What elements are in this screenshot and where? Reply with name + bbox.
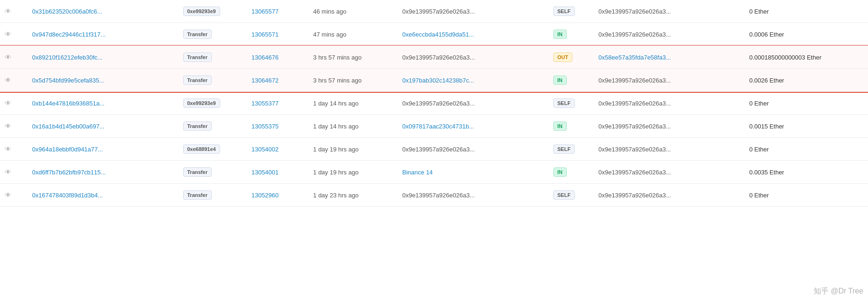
- amount-cell: 0 Ether: [745, 0, 868, 23]
- block-number[interactable]: 13064672: [252, 77, 279, 84]
- block-number[interactable]: 13052960: [252, 192, 279, 199]
- amount-cell: 0 Ether: [745, 92, 868, 115]
- eye-icon[interactable]: 👁: [5, 53, 11, 61]
- direction-badge: SELF: [553, 190, 575, 200]
- eye-icon[interactable]: 👁: [5, 168, 11, 176]
- amount-cell: 0 Ether: [745, 184, 868, 207]
- tx-hash-link[interactable]: 0xd6ff7b7b62bfb97cb115...: [32, 169, 106, 176]
- time-cell: 46 mins ago: [309, 0, 398, 23]
- to-address: 0x9e139957a926e026a3...: [599, 8, 671, 15]
- from-address: 0x9e139957a926e026a3...: [402, 8, 475, 15]
- from-address-link[interactable]: 0xe6eccbda4155d9da51...: [402, 31, 474, 38]
- to-address-link[interactable]: 0x58ee57a35fda7e58fa3...: [599, 54, 671, 61]
- eye-icon[interactable]: 👁: [5, 8, 11, 15]
- table-row: 👁0x167478403f89d1d3b4...Transfer13052960…: [0, 184, 868, 207]
- tx-hash-link[interactable]: 0xb144e47816b936851a...: [32, 100, 105, 107]
- to-address: 0x9e139957a926e026a3...: [599, 192, 671, 199]
- block-number[interactable]: 13065571: [252, 31, 279, 38]
- tx-hash-link[interactable]: 0x89210f16212efeb30fc...: [32, 54, 103, 61]
- direction-badge: SELF: [553, 98, 575, 108]
- table-row: 👁0x89210f16212efeb30fc...Transfer1306467…: [0, 46, 868, 69]
- direction-badge: SELF: [553, 7, 575, 16]
- time-cell: 1 day 19 hrs ago: [309, 138, 398, 161]
- method-badge: Transfer: [183, 53, 212, 62]
- table-row: 👁0x31b623520c006a0fc6...0xe99293e9130655…: [0, 0, 868, 23]
- time-cell: 1 day 19 hrs ago: [309, 161, 398, 184]
- tx-hash-link[interactable]: 0x31b623520c006a0fc6...: [32, 8, 103, 15]
- to-address: 0x9e139957a926e026a3...: [599, 31, 671, 38]
- amount-cell: 0.0006 Ether: [745, 23, 868, 46]
- to-address: 0x9e139957a926e026a3...: [599, 100, 671, 107]
- from-address-link[interactable]: Binance 14: [402, 169, 433, 176]
- block-number[interactable]: 13064676: [252, 54, 279, 61]
- amount-cell: 0.0035 Ether: [745, 161, 868, 184]
- eye-icon[interactable]: 👁: [5, 76, 11, 84]
- direction-badge: IN: [553, 121, 567, 131]
- table-row: 👁0xd6ff7b7b62bfb97cb115...Transfer130540…: [0, 161, 868, 184]
- block-number[interactable]: 13054002: [252, 146, 279, 153]
- table-row: 👁0x947d8ec29446c11f317...Transfer1306557…: [0, 23, 868, 46]
- block-number[interactable]: 13054001: [252, 169, 279, 176]
- eye-icon[interactable]: 👁: [5, 99, 11, 107]
- method-badge: Transfer: [183, 167, 212, 177]
- time-cell: 47 mins ago: [309, 23, 398, 46]
- block-number[interactable]: 13065577: [252, 8, 279, 15]
- tx-hash-link[interactable]: 0x16a1b4d145eb00a697...: [32, 123, 105, 130]
- from-address: 0x9e139957a926e026a3...: [402, 100, 475, 107]
- time-cell: 3 hrs 57 mins ago: [309, 46, 398, 69]
- time-cell: 3 hrs 57 mins ago: [309, 69, 398, 92]
- block-number[interactable]: 13055375: [252, 123, 279, 130]
- direction-badge: SELF: [553, 144, 575, 154]
- transactions-table: 👁0x31b623520c006a0fc6...0xe99293e9130655…: [0, 0, 868, 207]
- amount-cell: 0.0015 Ether: [745, 115, 868, 138]
- method-badge: Transfer: [183, 190, 212, 200]
- to-address: 0x9e139957a926e026a3...: [599, 123, 671, 130]
- from-address: 0x9e139957a926e026a3...: [402, 54, 475, 61]
- table-row: 👁0x964a18ebbf0d941a77...0xe68891e4130540…: [0, 138, 868, 161]
- to-address: 0x9e139957a926e026a3...: [599, 146, 671, 153]
- to-address: 0x9e139957a926e026a3...: [599, 169, 671, 176]
- tx-hash-link[interactable]: 0x964a18ebbf0d941a77...: [32, 146, 103, 153]
- block-number[interactable]: 13055377: [252, 100, 279, 107]
- from-address: 0x9e139957a926e026a3...: [402, 192, 475, 199]
- direction-badge: IN: [553, 167, 567, 177]
- table-row: 👁0x16a1b4d145eb00a697...Transfer13055375…: [0, 115, 868, 138]
- eye-icon[interactable]: 👁: [5, 191, 11, 199]
- tx-hash-link[interactable]: 0x5d754bfd99e5cefa835...: [32, 77, 104, 84]
- from-address-link[interactable]: 0x097817aac230c4731b...: [402, 123, 474, 130]
- method-badge: Transfer: [183, 75, 212, 85]
- from-address-link[interactable]: 0x197bab302c14238b7c...: [402, 77, 474, 84]
- from-address: 0x9e139957a926e026a3...: [402, 146, 475, 153]
- method-badge: Transfer: [183, 30, 212, 39]
- direction-badge: IN: [553, 30, 567, 39]
- method-badge: 0xe68891e4: [183, 144, 220, 154]
- table-row: 👁0x5d754bfd99e5cefa835...Transfer1306467…: [0, 69, 868, 92]
- eye-icon[interactable]: 👁: [5, 30, 11, 38]
- method-badge: 0xe99293e9: [183, 98, 220, 108]
- time-cell: 1 day 14 hrs ago: [309, 92, 398, 115]
- method-badge: 0xe99293e9: [183, 7, 220, 16]
- amount-cell: 0.0026 Ether: [745, 69, 868, 92]
- to-address: 0x9e139957a926e026a3...: [599, 77, 671, 84]
- eye-icon[interactable]: 👁: [5, 122, 11, 130]
- tx-hash-link[interactable]: 0x947d8ec29446c11f317...: [32, 31, 106, 38]
- eye-icon[interactable]: 👁: [5, 145, 11, 153]
- direction-badge: OUT: [553, 53, 572, 62]
- time-cell: 1 day 14 hrs ago: [309, 115, 398, 138]
- time-cell: 1 day 23 hrs ago: [309, 184, 398, 207]
- table-row: 👁0xb144e47816b936851a...0xe99293e9130553…: [0, 92, 868, 115]
- amount-cell: 0 Ether: [745, 138, 868, 161]
- direction-badge: IN: [553, 75, 567, 85]
- method-badge: Transfer: [183, 121, 212, 131]
- amount-cell: 0.000185000000003 Ether: [745, 46, 868, 69]
- tx-hash-link[interactable]: 0x167478403f89d1d3b4...: [32, 192, 103, 199]
